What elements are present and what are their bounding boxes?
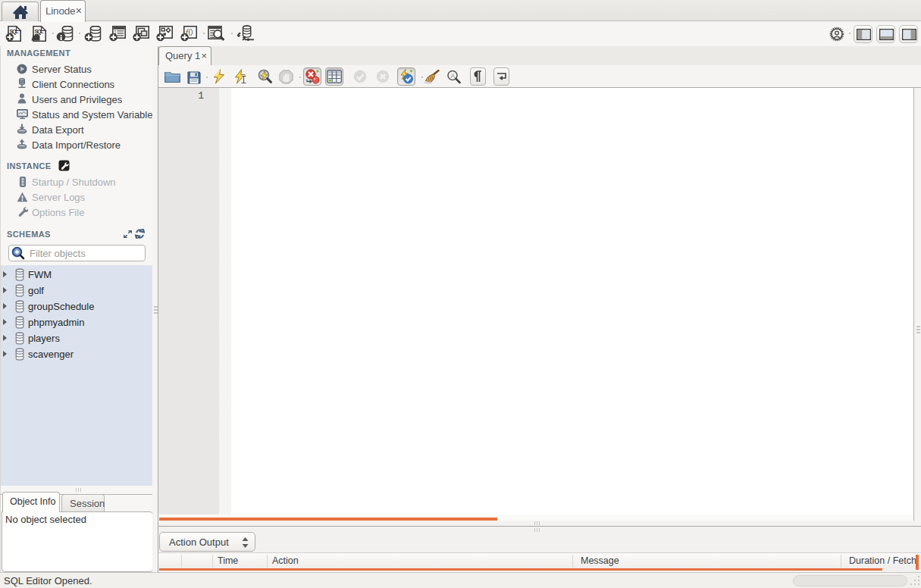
svg-text:SQL: SQL [35,28,44,35]
svg-text:A: A [450,72,455,80]
svg-text:(): () [188,28,193,36]
